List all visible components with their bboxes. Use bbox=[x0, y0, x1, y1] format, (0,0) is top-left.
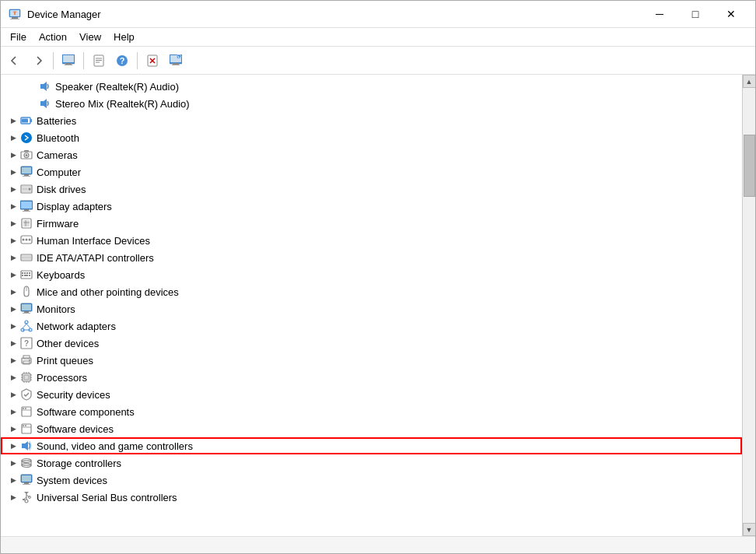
keyboards-item[interactable]: ▶ Keyboards bbox=[1, 266, 742, 283]
svg-point-97 bbox=[23, 408, 24, 409]
monitors-item[interactable]: ▶ Monitors bbox=[1, 300, 742, 317]
svg-rect-5 bbox=[63, 55, 74, 62]
processors-icon bbox=[19, 370, 33, 384]
uninstall-button[interactable] bbox=[142, 50, 163, 72]
tree-panel[interactable]: Speaker (Realtek(R) Audio) Stereo Mix (R… bbox=[1, 75, 742, 536]
display-adapters-icon bbox=[19, 199, 33, 213]
svg-rect-58 bbox=[24, 272, 26, 274]
firmware-label: Firmware bbox=[37, 218, 79, 230]
forward-button[interactable] bbox=[27, 50, 49, 72]
cameras-expander[interactable]: ▶ bbox=[7, 149, 19, 161]
print-expander[interactable]: ▶ bbox=[7, 354, 19, 366]
mice-expander[interactable]: ▶ bbox=[7, 286, 19, 298]
storage-icon bbox=[19, 456, 33, 470]
batteries-item[interactable]: ▶ Batteries bbox=[1, 112, 742, 129]
menu-file[interactable]: File bbox=[4, 30, 33, 44]
properties-button[interactable] bbox=[88, 50, 110, 72]
svg-point-102 bbox=[25, 425, 26, 426]
hid-item[interactable]: ▶ Human Interface Devices bbox=[1, 232, 742, 249]
minimize-button[interactable]: ─ bbox=[642, 1, 677, 28]
computer-item[interactable]: ▶ Computer bbox=[1, 163, 742, 181]
software-dev-expander[interactable]: ▶ bbox=[7, 423, 19, 435]
maximize-button[interactable]: □ bbox=[677, 1, 713, 28]
firmware-item[interactable]: ▶ Firmware bbox=[1, 215, 742, 232]
system-icon bbox=[19, 473, 33, 487]
sound-icon bbox=[19, 439, 33, 453]
network-item[interactable]: ▶ Network adapters bbox=[1, 317, 742, 335]
cameras-icon bbox=[19, 148, 33, 162]
show-tree-button[interactable] bbox=[58, 50, 79, 72]
close-button[interactable]: ✕ bbox=[713, 1, 749, 28]
scan-button[interactable]: ↻ bbox=[165, 50, 187, 72]
svg-rect-20 bbox=[172, 65, 180, 65]
list-item[interactable]: Stereo Mix (Realtek(R) Audio) bbox=[1, 95, 742, 112]
help-button[interactable]: ? bbox=[111, 50, 133, 72]
computer-label: Computer bbox=[37, 167, 81, 178]
batteries-expander[interactable]: ▶ bbox=[7, 114, 19, 127]
menu-action[interactable]: Action bbox=[33, 30, 73, 44]
batteries-icon bbox=[19, 114, 33, 128]
network-expander[interactable]: ▶ bbox=[7, 320, 19, 332]
display-adapters-item[interactable]: ▶ Display adapters bbox=[1, 198, 742, 215]
cameras-item[interactable]: ▶ Cameras bbox=[1, 146, 742, 163]
usb-icon bbox=[19, 490, 33, 504]
other-item[interactable]: ▶ ? Other devices bbox=[1, 335, 742, 352]
monitors-expander[interactable]: ▶ bbox=[7, 303, 19, 315]
scrollbar-down[interactable]: ▼ bbox=[743, 523, 756, 536]
expander-blank bbox=[26, 97, 38, 110]
svg-rect-66 bbox=[22, 304, 31, 310]
software-dev-item[interactable]: ▶ Software devices bbox=[1, 420, 742, 437]
software-comp-item[interactable]: ▶ Software components bbox=[1, 403, 742, 420]
display-adapters-label: Display adapters bbox=[37, 201, 112, 212]
ide-item[interactable]: ▶ IDE ATA/ATAPI controllers bbox=[1, 249, 742, 266]
bluetooth-expander[interactable]: ▶ bbox=[7, 131, 19, 144]
sound-item[interactable]: ▶ Sound, video and game controllers bbox=[1, 437, 742, 454]
disk-drives-item[interactable]: ▶ Disk drives bbox=[1, 181, 742, 198]
disk-drives-expander[interactable]: ▶ bbox=[7, 183, 19, 195]
processors-item[interactable]: ▶ bbox=[1, 369, 742, 386]
other-expander[interactable]: ▶ bbox=[7, 337, 19, 349]
firmware-expander[interactable]: ▶ bbox=[7, 217, 19, 230]
keyboards-expander[interactable]: ▶ bbox=[7, 268, 19, 281]
computer-icon bbox=[19, 165, 33, 179]
security-item[interactable]: ▶ Security devices bbox=[1, 386, 742, 403]
system-item[interactable]: ▶ System devices bbox=[1, 472, 742, 489]
usb-expander[interactable]: ▶ bbox=[7, 491, 19, 503]
svg-point-80 bbox=[29, 359, 30, 361]
security-expander[interactable]: ▶ bbox=[7, 388, 19, 401]
processors-expander[interactable]: ▶ bbox=[7, 371, 19, 384]
svg-point-28 bbox=[21, 132, 32, 143]
ide-expander[interactable]: ▶ bbox=[7, 251, 19, 264]
hid-expander[interactable]: ▶ bbox=[7, 234, 19, 247]
scrollbar-thumb[interactable] bbox=[744, 135, 755, 197]
menu-view[interactable]: View bbox=[73, 30, 107, 44]
other-icon: ? bbox=[19, 336, 33, 350]
toolbar-separator-2 bbox=[83, 52, 84, 69]
svg-point-52 bbox=[29, 239, 31, 241]
svg-point-50 bbox=[23, 239, 25, 241]
storage-item[interactable]: ▶ Storage controllers bbox=[1, 454, 742, 472]
sound-expander[interactable]: ▶ bbox=[7, 440, 19, 452]
svg-rect-67 bbox=[24, 311, 29, 313]
monitors-label: Monitors bbox=[37, 303, 75, 315]
software-comp-expander[interactable]: ▶ bbox=[7, 405, 19, 418]
display-adapters-expander[interactable]: ▶ bbox=[7, 200, 19, 212]
bluetooth-item[interactable]: ▶ Bluetooth bbox=[1, 129, 742, 146]
svg-rect-6 bbox=[65, 63, 72, 65]
storage-expander[interactable]: ▶ bbox=[7, 457, 19, 469]
computer-expander[interactable]: ▶ bbox=[7, 166, 19, 178]
back-button[interactable] bbox=[4, 50, 26, 72]
print-item[interactable]: ▶ Print queues bbox=[1, 352, 742, 369]
svg-rect-110 bbox=[23, 484, 30, 485]
svg-rect-57 bbox=[22, 272, 23, 274]
scrollbar[interactable]: ▲ ▼ bbox=[742, 75, 755, 536]
security-icon bbox=[19, 387, 33, 401]
menu-help[interactable]: Help bbox=[107, 30, 141, 44]
svg-point-39 bbox=[29, 188, 31, 191]
scrollbar-up[interactable]: ▲ bbox=[743, 75, 756, 88]
usb-item[interactable]: ▶ Universal Serial Bus controllers bbox=[1, 489, 742, 506]
mice-item[interactable]: ▶ Mice and other pointing devices bbox=[1, 283, 742, 300]
list-item[interactable]: Speaker (Realtek(R) Audio) bbox=[1, 78, 742, 95]
processors-label: Processors bbox=[37, 372, 87, 384]
system-expander[interactable]: ▶ bbox=[7, 474, 19, 486]
